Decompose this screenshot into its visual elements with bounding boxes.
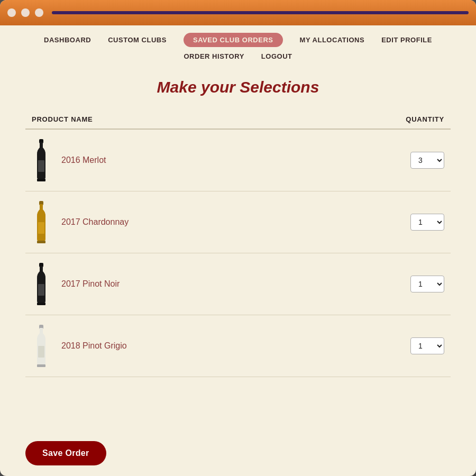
nav-logout[interactable]: LOGOUT [261, 50, 292, 62]
col-header-product: PRODUCT NAME [25, 111, 315, 129]
svg-rect-4 [37, 179, 45, 181]
nav-my-allocations[interactable]: MY ALLOCATIONS [300, 34, 365, 46]
save-btn-row: Save Order [0, 425, 476, 476]
nav-custom-clubs[interactable]: CUSTOM CLUBS [108, 34, 167, 46]
svg-rect-16 [40, 328, 43, 333]
window-btn-circle[interactable] [7, 8, 16, 17]
qty-cell-2017-pinot-noir: 0123456 [315, 253, 451, 315]
svg-rect-11 [40, 266, 43, 271]
svg-rect-3 [38, 160, 44, 172]
title-bar-progress [52, 11, 469, 14]
nav-order-history[interactable]: ORDER HISTORY [184, 50, 244, 62]
nav-dashboard[interactable]: DASHBOARD [44, 34, 91, 46]
qty-cell-2017-chardonnay: 0123456 [315, 191, 451, 253]
product-cell-2017-pinot-noir: 2017 Pinot Noir [25, 253, 315, 315]
svg-rect-19 [37, 364, 45, 367]
table-row: 2016 Merlot0123456 [25, 129, 451, 191]
product-name-2017-pinot-noir: 2017 Pinot Noir [61, 279, 120, 289]
save-order-button[interactable]: Save Order [25, 441, 106, 465]
nav-saved-club-orders[interactable]: SAVED CLUB ORDERS [184, 33, 283, 47]
main-content: Make your Selections PRODUCT NAME QUANTI… [0, 68, 476, 425]
qty-cell-2018-pinot-grigio: 0123456 [315, 315, 451, 377]
nav-row-1: DASHBOARD CUSTOM CLUBS SAVED CLUB ORDERS… [44, 33, 432, 47]
title-bar [0, 0, 476, 25]
product-name-2017-chardonnay: 2017 Chardonnay [61, 217, 129, 227]
product-cell-2018-pinot-grigio: 2018 Pinot Grigio [25, 315, 315, 377]
svg-rect-9 [37, 241, 45, 243]
bottle-image-2016-merlot [32, 137, 51, 184]
col-header-quantity: QUANTITY [315, 111, 451, 129]
table-header-row: PRODUCT NAME QUANTITY [25, 111, 451, 129]
bottle-image-2018-pinot-grigio [32, 323, 51, 369]
navigation: DASHBOARD CUSTOM CLUBS SAVED CLUB ORDERS… [0, 25, 476, 68]
product-name-2016-merlot: 2016 Merlot [61, 155, 106, 165]
svg-rect-18 [38, 346, 44, 358]
table-row: 2017 Chardonnay0123456 [25, 191, 451, 253]
qty-select-2016-merlot[interactable]: 0123456 [410, 152, 444, 169]
qty-cell-2016-merlot: 0123456 [315, 129, 451, 191]
qty-select-2017-pinot-noir[interactable]: 0123456 [410, 276, 444, 292]
bottle-image-2017-pinot-noir [32, 261, 51, 307]
svg-rect-13 [38, 284, 44, 296]
table-row: 2018 Pinot Grigio0123456 [25, 315, 451, 377]
qty-select-2018-pinot-grigio[interactable]: 0123456 [410, 337, 444, 354]
product-cell-2016-merlot: 2016 Merlot [25, 129, 315, 191]
product-table: PRODUCT NAME QUANTITY 2016 Merlot0123456 [25, 111, 451, 377]
qty-select-2017-chardonnay[interactable]: 0123456 [410, 214, 444, 231]
window-btn-square[interactable] [21, 8, 30, 17]
svg-rect-14 [37, 303, 45, 305]
table-row: 2017 Pinot Noir0123456 [25, 253, 451, 315]
page-title: Make your Selections [25, 78, 451, 96]
product-name-2018-pinot-grigio: 2018 Pinot Grigio [61, 341, 127, 351]
nav-row-2: ORDER HISTORY LOGOUT [184, 50, 292, 62]
nav-edit-profile[interactable]: EDIT PROFILE [381, 34, 432, 46]
window-btn-triangle[interactable] [35, 8, 43, 17]
bottle-image-2017-chardonnay [32, 199, 51, 245]
svg-rect-6 [40, 204, 43, 209]
svg-rect-1 [40, 142, 43, 148]
product-cell-2017-chardonnay: 2017 Chardonnay [25, 191, 315, 253]
svg-rect-8 [38, 222, 44, 234]
app-window: DASHBOARD CUSTOM CLUBS SAVED CLUB ORDERS… [0, 0, 476, 476]
